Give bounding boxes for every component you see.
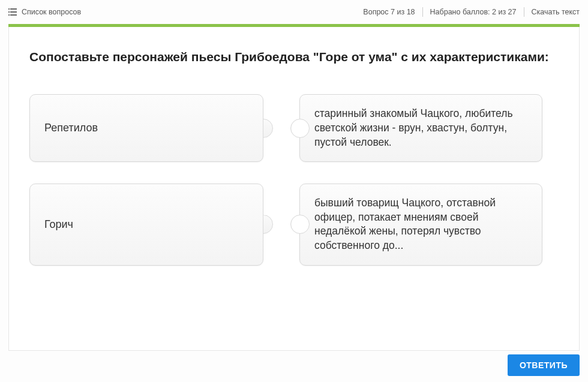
pair-row: Репетилов старинный знакомый Чацкого, лю… (29, 94, 559, 162)
puzzle-right-text: старинный знакомый Чацкого, любитель све… (314, 107, 527, 149)
puzzle-left-text: Репетилов (44, 122, 98, 134)
question-title: Сопоставьте персонажей пьесы Грибоедова … (29, 49, 559, 65)
separator (422, 7, 423, 17)
question-card: Сопоставьте персонажей пьесы Грибоедова … (8, 27, 580, 351)
answer-button[interactable]: ОТВЕТИТЬ (508, 354, 580, 376)
pairs-container: Репетилов старинный знакомый Чацкого, лю… (29, 94, 559, 265)
question-counter: Вопрос 7 из 18 (363, 8, 415, 16)
question-list-label: Список вопросов (22, 8, 81, 16)
topbar: Список вопросов Вопрос 7 из 18 Набрано б… (0, 0, 588, 24)
download-text-link[interactable]: Скачать текст (532, 8, 580, 16)
separator (524, 7, 524, 17)
score-label: Набрано баллов: 2 из 27 (430, 8, 517, 16)
puzzle-right-piece[interactable]: бывший товарищ Чацкого, отставной офицер… (299, 184, 542, 266)
puzzle-left-text: Горич (44, 218, 73, 231)
topbar-right: Вопрос 7 из 18 Набрано баллов: 2 из 27 С… (363, 7, 580, 17)
question-list-link[interactable]: Список вопросов (8, 8, 81, 16)
pair-row: Горич бывший товарищ Чацкого, отставной … (29, 184, 559, 266)
puzzle-right-piece[interactable]: старинный знакомый Чацкого, любитель све… (299, 94, 542, 162)
puzzle-left-piece[interactable]: Горич (29, 184, 263, 266)
puzzle-right-text: бывший товарищ Чацкого, отставной офицер… (314, 196, 527, 253)
puzzle-left-piece[interactable]: Репетилов (29, 94, 263, 162)
list-icon (8, 8, 17, 16)
